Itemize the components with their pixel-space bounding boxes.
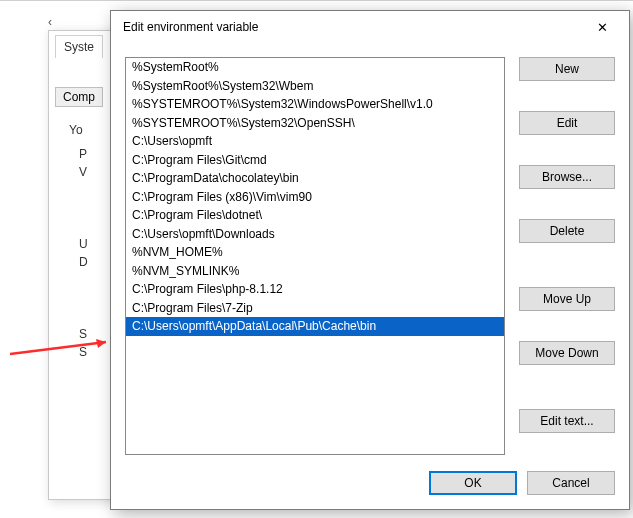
move-down-button[interactable]: Move Down	[519, 341, 615, 365]
cancel-button[interactable]: Cancel	[527, 471, 615, 495]
path-entry-row[interactable]: C:\Users\opmft\AppData\Local\Pub\Cache\b…	[126, 317, 504, 336]
dialog-footer: OK Cancel	[111, 463, 629, 509]
close-icon[interactable]: ✕	[585, 15, 619, 39]
move-up-button[interactable]: Move Up	[519, 287, 615, 311]
label-stub-d: D	[79, 255, 88, 269]
label-stub-p: P	[79, 147, 87, 161]
titlebar: Edit environment variable ✕	[111, 11, 629, 43]
path-entry-row[interactable]: C:\Program Files\Git\cmd	[126, 151, 504, 170]
path-entry-row[interactable]: %SYSTEMROOT%\System32\OpenSSH\	[126, 114, 504, 133]
path-entries-listbox[interactable]: %SystemRoot%%SystemRoot%\System32\Wbem%S…	[125, 57, 505, 455]
edit-environment-variable-dialog: Edit environment variable ✕ %SystemRoot%…	[110, 10, 630, 510]
system-tab[interactable]: Syste	[55, 35, 103, 58]
path-entry-row[interactable]: C:\Program Files\php-8.1.12	[126, 280, 504, 299]
path-entry-row[interactable]: %NVM_SYMLINK%	[126, 262, 504, 281]
label-stub-yo: Yo	[69, 123, 83, 137]
path-entry-row[interactable]: C:\Users\opmft	[126, 132, 504, 151]
path-entry-row[interactable]: %SYSTEMROOT%\System32\WindowsPowerShell\…	[126, 95, 504, 114]
label-stub-s2: S	[79, 345, 87, 359]
path-entry-row[interactable]: %SystemRoot%\System32\Wbem	[126, 77, 504, 96]
label-stub-u: U	[79, 237, 88, 251]
path-entry-row[interactable]: C:\Users\opmft\Downloads	[126, 225, 504, 244]
ok-button[interactable]: OK	[429, 471, 517, 495]
edit-text-button[interactable]: Edit text...	[519, 409, 615, 433]
path-entry-row[interactable]: %SystemRoot%	[126, 58, 504, 77]
edit-button[interactable]: Edit	[519, 111, 615, 135]
browse-button[interactable]: Browse...	[519, 165, 615, 189]
path-entry-row[interactable]: C:\Program Files\7-Zip	[126, 299, 504, 318]
dialog-title: Edit environment variable	[123, 20, 258, 34]
back-toolbar-stub: ‹	[48, 15, 52, 29]
new-button[interactable]: New	[519, 57, 615, 81]
delete-button[interactable]: Delete	[519, 219, 615, 243]
button-column: New Edit Browse... Delete Move Up Move D…	[519, 57, 615, 455]
path-entry-row[interactable]: C:\Program Files (x86)\Vim\vim90	[126, 188, 504, 207]
path-entry-row[interactable]: %NVM_HOME%	[126, 243, 504, 262]
path-entry-row[interactable]: C:\Program Files\dotnet\	[126, 206, 504, 225]
computer-name-button[interactable]: Comp	[55, 87, 103, 107]
path-entry-row[interactable]: C:\ProgramData\chocolatey\bin	[126, 169, 504, 188]
label-stub-s1: S	[79, 327, 87, 341]
label-stub-v: V	[79, 165, 87, 179]
